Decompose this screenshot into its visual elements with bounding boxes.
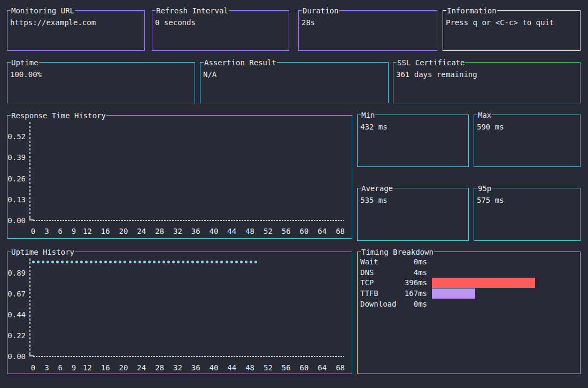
p95-value: 575 ms [477,195,504,206]
x-tick-label: 36 [191,362,200,373]
timing-value: 0ms [396,257,427,268]
uptime-dot [182,261,184,263]
uptime-dot [148,261,151,263]
x-tick-label: 36 [191,226,200,237]
uptime-dot [95,261,97,263]
x-tick-label: 9 [72,226,76,237]
uptime-dot [37,261,40,263]
assertion-result-value: N/A [203,69,216,80]
panel-title: Max [477,110,492,120]
timing-bar [432,278,535,288]
uptime-dot [109,261,112,263]
timing-value: 4ms [396,268,427,278]
uptime-dot [235,261,238,263]
x-tick-label: 48 [245,226,254,237]
timing-row: DNS4ms [358,268,580,278]
x-tick-label: 3 [44,226,49,237]
uptime-dot [51,261,54,263]
uptime-dot [167,261,170,263]
x-tick-label: 0 [31,362,35,373]
x-tick-label: 40 [210,226,219,237]
panel-title: Refresh Interval [156,5,229,16]
timing-row: TCP396ms [358,278,580,288]
panel-title: Assertion Result [204,57,277,68]
x-tick-label: 44 [227,362,236,373]
x-tick-label: 24 [137,362,146,373]
x-tick-label: 68 [336,226,345,237]
x-tick-label: 20 [119,226,128,237]
panel-title: Information [446,5,497,16]
uptime-dot [66,261,68,263]
uptime-dot [85,261,88,263]
x-axis [33,220,344,221]
panel-title: Average [361,183,393,194]
uptime-dot [104,261,107,263]
duration-value: 28s [301,17,315,28]
x-tick-label: 0 [31,226,35,237]
max-value: 590 ms [477,121,504,132]
y-tick-label: 0.00 [7,215,26,226]
timing-row: TTFB167ms [358,288,580,299]
monitoring-url-value: https://example.com [10,17,96,28]
panel-title: Uptime [11,57,39,68]
x-tick-label: 56 [282,226,291,237]
uptime-dot [177,261,180,263]
y-tick-label: 0.52 [7,131,26,142]
uptime-dot [42,261,44,263]
uptime-dot [196,261,199,263]
uptime-dot [123,261,126,263]
min-value: 432 ms [360,121,388,132]
uptime-dot [71,261,73,263]
uptime-dot [56,261,59,263]
uptime-history-chart: Uptime History 0.890.670.440.220.0003691… [7,252,352,374]
timing-row: Wait0ms [358,257,580,268]
x-tick-label: 12 [83,226,92,237]
x-tick-label: 40 [210,362,219,373]
p95-panel: 95p 575 ms [474,188,581,241]
y-tick-label: 0.22 [7,330,26,341]
x-tick-label: 60 [300,226,309,237]
uptime-dot [80,261,83,263]
x-tick-label: 64 [318,362,327,373]
chart-title: Uptime History [11,247,75,257]
timing-bar [432,288,475,299]
duration-panel: Duration 28s [298,10,437,51]
uptime-dot [240,261,243,263]
axis-origin-corner [29,216,34,220]
panel-title: 95p [477,183,492,194]
x-tick-label: 32 [173,362,182,373]
uptime-dot [226,261,228,263]
monitoring-dashboard: Monitoring URL https://example.com Refre… [0,0,588,388]
average-value: 535 ms [360,195,388,206]
uptime-dot [47,261,49,263]
timing-row: Download0ms [358,299,580,310]
assertion-result-panel: Assertion Result N/A [200,62,389,103]
panel-title: Duration [302,5,339,16]
timing-label: Download [360,299,396,310]
information-panel: Information Press q or <C-c> to quit [443,10,581,51]
uptime-dot [215,261,218,263]
y-tick-label: 0.67 [7,288,26,299]
uptime-dot [172,261,175,263]
uptime-dot [99,261,102,263]
x-tick-label: 6 [58,226,62,237]
uptime-dot [220,261,223,263]
axis-origin-corner [29,352,34,356]
y-tick-label: 0.39 [7,152,26,163]
panel-title: Monitoring URL [11,5,75,16]
uptime-dot [250,261,252,263]
uptime-dot [163,261,165,263]
uptime-dot [206,261,208,263]
uptime-dot [230,261,233,263]
timing-label: TTFB [360,288,378,299]
uptime-dot [134,261,136,263]
x-tick-label: 9 [72,362,76,373]
x-tick-label: 16 [101,226,110,237]
x-tick-label: 52 [264,226,273,237]
refresh-interval-value: 0 seconds [155,17,196,28]
y-axis [29,258,30,353]
panel-title: SSL Certificate [397,57,465,68]
timing-value: 396ms [396,278,427,288]
x-tick-label: 28 [155,226,164,237]
x-tick-label: 12 [83,362,92,373]
